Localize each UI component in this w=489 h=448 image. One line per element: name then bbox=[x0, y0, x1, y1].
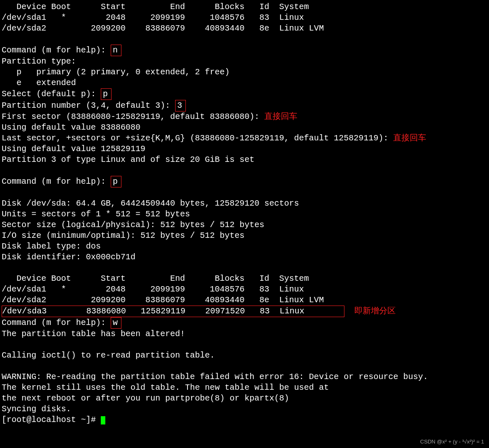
partition-type-header: Partition type: bbox=[2, 57, 76, 66]
partition-type-option: p primary (2 primary, 0 extended, 2 free… bbox=[2, 67, 230, 77]
partition-set: Partition 3 of type Linux and of size 20… bbox=[2, 155, 254, 164]
user-input-w: w bbox=[111, 317, 121, 329]
watermark: CSDN @x² + (y - ³√x²)² = 1 bbox=[420, 439, 484, 445]
warning-line: The kernel still uses the old table. The… bbox=[2, 383, 329, 392]
using-default: Using default value 125829119 bbox=[2, 144, 145, 154]
terminal-output[interactable]: Device Boot Start End Blocks Id System /… bbox=[0, 0, 489, 427]
disk-info: Units = sectors of 1 * 512 = 512 bytes bbox=[2, 209, 190, 219]
partition-table-header: Device Boot Start End Blocks Id System bbox=[2, 274, 309, 283]
last-sector-prompt: Last sector, +sectors or +size{K,M,G} (8… bbox=[2, 133, 393, 143]
partition-table-row: /dev/sda1 * 2048 2099199 1048576 83 Linu… bbox=[2, 284, 304, 294]
user-input-p: p bbox=[101, 88, 112, 100]
fdisk-prompt: Command (m for help): bbox=[2, 45, 111, 55]
user-input-3: 3 bbox=[175, 100, 186, 111]
annotation-enter: 直接回车 bbox=[393, 133, 426, 143]
partition-type-option: e extended bbox=[2, 78, 76, 88]
disk-info: Sector size (logical/physical): 512 byte… bbox=[2, 220, 264, 230]
disk-info: I/O size (minimum/optimal): 512 bytes / … bbox=[2, 231, 244, 240]
first-sector-prompt: First sector (83886080-125829119, defaul… bbox=[2, 112, 264, 121]
new-partition-row-highlight: /dev/sda3 83886080 125829119 20971520 83… bbox=[2, 306, 344, 317]
warning-line: Syncing disks. bbox=[2, 404, 71, 414]
disk-info: Disk /dev/sda: 64.4 GB, 64424509440 byte… bbox=[2, 199, 299, 208]
shell-prompt[interactable]: [root@localhost ~]# bbox=[2, 415, 101, 424]
partition-table-row: /dev/sda3 83886080 125829119 20971520 83… bbox=[2, 306, 344, 316]
partition-table-header: Device Boot Start End Blocks Id System bbox=[2, 2, 309, 12]
partition-table-row: /dev/sda1 * 2048 2099199 1048576 83 Linu… bbox=[2, 13, 304, 22]
partition-table-row: /dev/sda2 2099200 83886079 40893440 8e L… bbox=[2, 295, 324, 305]
fdisk-prompt: Command (m for help): bbox=[2, 177, 111, 186]
ioctl-message: Calling ioctl() to re-read partition tab… bbox=[2, 351, 215, 360]
cursor-block bbox=[101, 416, 105, 424]
warning-line: WARNING: Re-reading the partition table … bbox=[2, 372, 428, 382]
disk-info: Disk identifier: 0x000cb71d bbox=[2, 252, 135, 262]
user-input-n: n bbox=[111, 45, 121, 56]
warning-line: the next reboot or after you run partpro… bbox=[2, 393, 289, 403]
partition-table-row: /dev/sda2 2099200 83886079 40893440 8e L… bbox=[2, 24, 324, 33]
disk-info: Disk label type: dos bbox=[2, 242, 101, 251]
annotation-enter: 直接回车 bbox=[264, 112, 297, 121]
annotation-new-partition: 即新增分区 bbox=[354, 306, 396, 316]
fdisk-prompt: Command (m for help): bbox=[2, 318, 111, 327]
select-prompt: Select (default p): bbox=[2, 89, 101, 99]
altered-message: The partition table has been altered! bbox=[2, 329, 185, 339]
using-default: Using default value 83886080 bbox=[2, 123, 140, 132]
user-input-p: p bbox=[111, 176, 121, 187]
partition-number-prompt: Partition number (3,4, default 3): bbox=[2, 101, 175, 110]
